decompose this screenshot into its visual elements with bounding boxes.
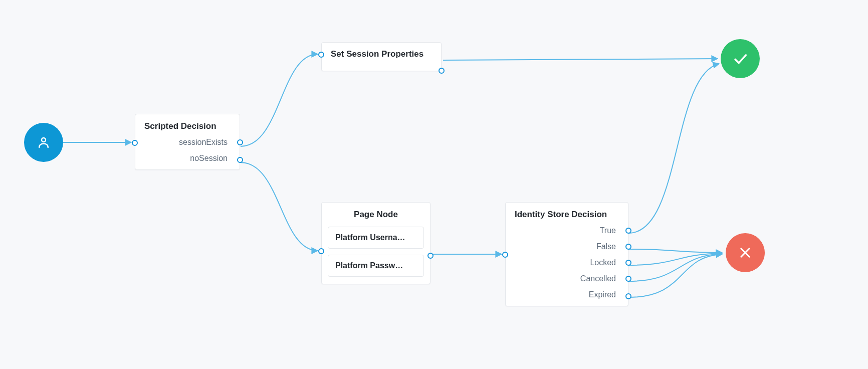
svg-point-0	[42, 138, 46, 142]
output-port[interactable]	[625, 228, 631, 234]
input-port[interactable]	[318, 248, 324, 254]
check-icon	[732, 50, 749, 67]
outcome-label: noSession	[190, 154, 228, 162]
output-port[interactable]	[625, 276, 631, 282]
node-identity-store-decision[interactable]: Identity Store Decision True False Locke…	[505, 202, 628, 306]
output-port[interactable]	[625, 244, 631, 250]
output-port[interactable]	[439, 68, 445, 74]
node-scripted-decision[interactable]: Scripted Decision sessionExists noSessio…	[135, 114, 240, 170]
user-icon	[36, 135, 51, 150]
output-port[interactable]	[427, 253, 433, 259]
outcome-label: True	[600, 226, 616, 235]
output-port[interactable]	[237, 139, 243, 145]
outcome-label: Cancelled	[580, 274, 616, 283]
output-port[interactable]	[625, 260, 631, 266]
page-node-item-username[interactable]: Platform Userna…	[328, 227, 424, 249]
outcome-false[interactable]: False	[506, 239, 628, 255]
node-title: Identity Store Decision	[506, 203, 628, 223]
outcome-label: sessionExists	[179, 138, 228, 146]
start-node[interactable]	[24, 123, 63, 162]
input-port[interactable]	[318, 52, 324, 58]
node-title: Page Node	[322, 203, 430, 223]
outcome-expired[interactable]: Expired	[506, 287, 628, 306]
outcome-nosession[interactable]: noSession	[135, 150, 240, 169]
outcome-label: False	[596, 242, 616, 251]
output-port[interactable]	[625, 293, 631, 299]
page-node-item-password[interactable]: Platform Passw…	[328, 255, 424, 277]
node-page-node[interactable]: Page Node Platform Userna… Platform Pass…	[321, 202, 430, 284]
outcome-locked[interactable]: Locked	[506, 255, 628, 271]
outcome-label: Locked	[590, 258, 616, 267]
x-icon	[738, 246, 752, 260]
node-title: Set Session Properties	[322, 43, 441, 66]
flow-canvas[interactable]: Scripted Decision sessionExists noSessio…	[0, 0, 868, 369]
node-set-session-properties[interactable]: Set Session Properties	[321, 42, 442, 71]
outcome-cancelled[interactable]: Cancelled	[506, 271, 628, 287]
outcome-label: Expired	[589, 290, 616, 299]
outcome-true[interactable]: True	[506, 223, 628, 239]
outcome-sessionexists[interactable]: sessionExists	[135, 134, 240, 150]
node-title: Scripted Decision	[135, 114, 240, 134]
success-node[interactable]	[721, 39, 760, 78]
output-port[interactable]	[237, 157, 243, 163]
fail-node[interactable]	[726, 233, 765, 272]
page-node-items: Platform Userna… Platform Passw…	[322, 227, 430, 284]
